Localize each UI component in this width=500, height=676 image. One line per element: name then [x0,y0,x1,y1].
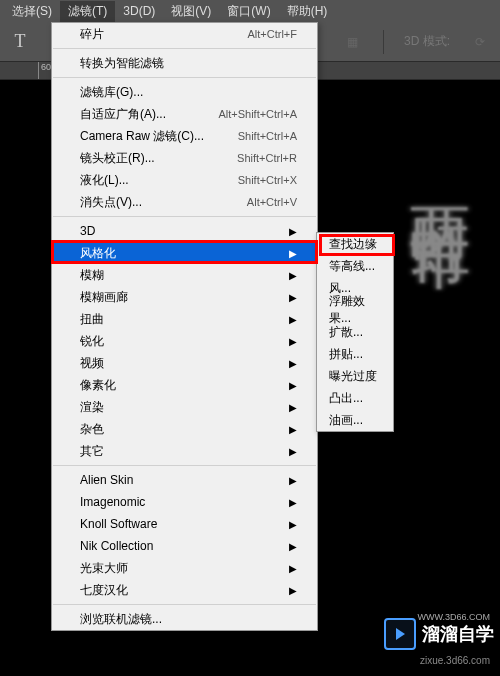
watermark-brand: 溜溜自学 [422,622,494,646]
stylize-menu-item[interactable]: 查找边缘 [317,233,393,255]
filter-menu-item[interactable]: 转换为智能滤镜 [52,52,317,74]
filter-menu-item[interactable]: 液化(L)...Shift+Ctrl+X [52,169,317,191]
submenu-arrow-icon: ▶ [289,380,297,391]
menu-view[interactable]: 视图(V) [163,1,219,22]
menu-item-label: 扭曲 [80,311,104,328]
menu-item-label: 视频 [80,355,104,372]
menu-3d[interactable]: 3D(D) [115,2,163,20]
menu-help[interactable]: 帮助(H) [279,1,336,22]
filter-menu-item[interactable]: Nik Collection▶ [52,535,317,557]
filter-menu-item[interactable]: 滤镜库(G)... [52,81,317,103]
submenu-arrow-icon: ▶ [289,497,297,508]
menu-item-shortcut: Alt+Ctrl+F [247,28,297,40]
submenu-arrow-icon: ▶ [289,270,297,281]
filter-menu-item[interactable]: 光束大师▶ [52,557,317,579]
filter-menu-item[interactable]: 视频▶ [52,352,317,374]
filter-menu-item[interactable]: 镜头校正(R)...Shift+Ctrl+R [52,147,317,169]
filter-menu-item[interactable]: 杂色▶ [52,418,317,440]
submenu-arrow-icon: ▶ [289,314,297,325]
filter-dropdown: 碎片Alt+Ctrl+F转换为智能滤镜滤镜库(G)...自适应广角(A)...A… [51,22,318,631]
menu-item-label: 扩散... [329,324,363,341]
filter-menu-item[interactable]: Alien Skin▶ [52,469,317,491]
menu-item-label: 渲染 [80,399,104,416]
filter-menu-item[interactable]: 锐化▶ [52,330,317,352]
stylize-submenu: 查找边缘等高线...风...浮雕效果...扩散...拼贴...曝光过度凸出...… [316,232,394,432]
menu-item-shortcut: Shift+Ctrl+A [238,130,297,142]
stylize-menu-item[interactable]: 油画... [317,409,393,431]
menu-item-label: Nik Collection [80,539,153,553]
watermark: 溜溜自学 [384,618,494,650]
submenu-arrow-icon: ▶ [289,336,297,347]
menu-item-label: Alien Skin [80,473,133,487]
submenu-arrow-icon: ▶ [289,248,297,259]
filter-menu-item[interactable]: Imagenomic▶ [52,491,317,513]
menu-item-label: 其它 [80,443,104,460]
menu-item-label: 像素化 [80,377,116,394]
stylize-menu-item[interactable]: 扩散... [317,321,393,343]
filter-menu-item[interactable]: 像素化▶ [52,374,317,396]
menu-item-shortcut: Shift+Ctrl+R [237,152,297,164]
submenu-arrow-icon: ▶ [289,446,297,457]
menu-separator [53,465,316,466]
menu-item-label: 凸出... [329,390,363,407]
filter-menu-item[interactable]: 消失点(V)...Alt+Ctrl+V [52,191,317,213]
filter-menu-item[interactable]: 浏览联机滤镜... [52,608,317,630]
menubar: 选择(S) 滤镜(T) 3D(D) 视图(V) 窗口(W) 帮助(H) [0,0,500,22]
filter-menu-item[interactable]: 扭曲▶ [52,308,317,330]
canvas-text: 两虹市 [399,160,480,190]
menu-item-label: 3D [80,224,95,238]
submenu-arrow-icon: ▶ [289,358,297,369]
menu-item-label: 液化(L)... [80,172,129,189]
menu-item-label: 镜头校正(R)... [80,150,155,167]
menu-item-shortcut: Shift+Ctrl+X [238,174,297,186]
filter-menu-item[interactable]: 3D▶ [52,220,317,242]
filter-menu-item[interactable]: Knoll Software▶ [52,513,317,535]
menu-item-label: 模糊 [80,267,104,284]
menu-separator [53,604,316,605]
text-tool-icon[interactable]: T [10,32,30,52]
filter-menu-item[interactable]: 自适应广角(A)...Alt+Shift+Ctrl+A [52,103,317,125]
orbit-icon[interactable]: ⟳ [470,32,490,52]
menu-item-label: 自适应广角(A)... [80,106,166,123]
mode-label: 3D 模式: [404,33,450,50]
submenu-arrow-icon: ▶ [289,226,297,237]
menu-item-label: 碎片 [80,26,104,43]
stylize-menu-item[interactable]: 曝光过度 [317,365,393,387]
menu-item-label: 风格化 [80,245,116,262]
submenu-arrow-icon: ▶ [289,519,297,530]
submenu-arrow-icon: ▶ [289,585,297,596]
watermark-sub: zixue.3d66.com [420,655,490,666]
menu-item-label: 浮雕效果... [329,293,381,327]
stylize-menu-item[interactable]: 等高线... [317,255,393,277]
menu-item-label: 模糊画廊 [80,289,128,306]
menu-item-label: 曝光过度 [329,368,377,385]
filter-menu-item[interactable]: 碎片Alt+Ctrl+F [52,23,317,45]
filter-menu-item[interactable]: 模糊▶ [52,264,317,286]
stylize-menu-item[interactable]: 浮雕效果... [317,299,393,321]
menu-select[interactable]: 选择(S) [4,1,60,22]
watermark-logo-icon [384,618,416,650]
menu-item-shortcut: Alt+Shift+Ctrl+A [218,108,297,120]
filter-menu-item[interactable]: 风格化▶ [52,242,317,264]
toolbar-divider [383,30,384,54]
submenu-arrow-icon: ▶ [289,541,297,552]
menu-item-label: Imagenomic [80,495,145,509]
menu-window[interactable]: 窗口(W) [219,1,278,22]
menu-item-label: 消失点(V)... [80,194,142,211]
menu-item-label: 滤镜库(G)... [80,84,143,101]
filter-menu-item[interactable]: 渲染▶ [52,396,317,418]
submenu-arrow-icon: ▶ [289,424,297,435]
menu-separator [53,77,316,78]
filter-menu-item[interactable]: 其它▶ [52,440,317,462]
filter-menu-item[interactable]: 模糊画廊▶ [52,286,317,308]
stylize-menu-item[interactable]: 拼贴... [317,343,393,365]
stylize-menu-item[interactable]: 凸出... [317,387,393,409]
filter-menu-item[interactable]: 七度汉化▶ [52,579,317,601]
menu-item-label: 七度汉化 [80,582,128,599]
filter-menu-item[interactable]: Camera Raw 滤镜(C)...Shift+Ctrl+A [52,125,317,147]
menu-item-shortcut: Alt+Ctrl+V [247,196,297,208]
menu-item-label: 油画... [329,412,363,429]
panel-icon[interactable]: ▦ [343,32,363,52]
menu-filter[interactable]: 滤镜(T) [60,1,115,22]
submenu-arrow-icon: ▶ [289,563,297,574]
